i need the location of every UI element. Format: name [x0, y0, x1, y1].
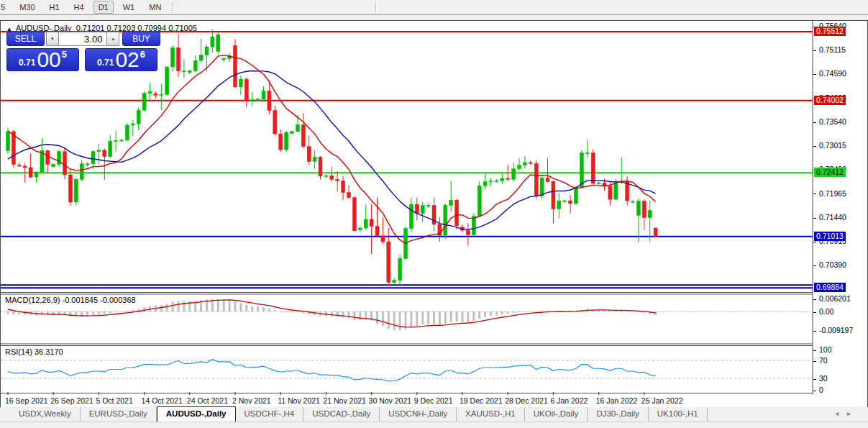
- candle-body: [23, 166, 27, 168]
- candle-body: [518, 165, 521, 169]
- price-tick: 0.71440: [813, 213, 846, 222]
- tick-dash: [813, 193, 816, 194]
- tick-dash: [813, 242, 816, 242]
- tick-dash: [813, 312, 816, 313]
- tab-scroll-left-icon[interactable]: ◄: [833, 410, 846, 417]
- symbol-tab-usdcad-daily[interactable]: USDCAD-,Daily: [303, 407, 380, 422]
- candle-body: [375, 226, 379, 235]
- moving-average-fast: [8, 55, 656, 243]
- sell-button[interactable]: SELL: [6, 32, 45, 46]
- volume-increase-button[interactable]: ▴: [107, 32, 119, 46]
- timeframe-button-d1[interactable]: D1: [93, 1, 114, 14]
- price-tick: 0.70390: [813, 260, 846, 269]
- candle-body: [17, 165, 21, 166]
- timeframe-button-m30[interactable]: M30: [14, 1, 40, 14]
- tab-scroll-arrows[interactable]: ◄►: [833, 410, 858, 417]
- level-price-badge: 0.74002: [814, 96, 846, 105]
- candle-body: [591, 153, 595, 183]
- candle-body: [285, 132, 288, 150]
- candle-body: [614, 183, 618, 199]
- candle-body: [648, 210, 652, 217]
- date-label: 26 Sep 2021: [50, 396, 93, 405]
- symbol-tab-eurusd-daily[interactable]: EURUSD-,Daily: [81, 407, 157, 422]
- candle-body: [154, 94, 157, 95]
- candle-body: [296, 124, 299, 131]
- candle-body: [444, 205, 447, 235]
- date-label: 25 Jan 2022: [641, 396, 683, 405]
- candle-body: [291, 132, 294, 134]
- tick-dash: [813, 74, 816, 75]
- level-price-badge: 0.75512: [814, 27, 846, 36]
- candle-body: [205, 47, 209, 55]
- symbol-tab-xauusd-h1[interactable]: XAUUSD-,H1: [457, 407, 525, 422]
- candle-body: [307, 147, 311, 162]
- symbol-tab-audusd-daily[interactable]: AUDUSD-,Daily: [157, 406, 236, 422]
- sell-price-pip: 5: [62, 49, 67, 60]
- macd-tick: 0.00: [813, 307, 833, 316]
- candle-body: [552, 181, 555, 209]
- symbol-tab-uk100-h1[interactable]: UK100-,H1: [649, 407, 708, 422]
- candle-body: [409, 204, 413, 229]
- candle-body: [125, 125, 129, 140]
- candle-body: [608, 186, 612, 199]
- candle-body: [268, 91, 271, 111]
- sell-price-box[interactable]: 0.71 00 5: [6, 48, 79, 71]
- timeframe-button-h1[interactable]: H1: [45, 1, 65, 14]
- timeframe-button-h4[interactable]: H4: [69, 1, 89, 14]
- date-label: 9 Dec 2021: [414, 396, 453, 405]
- symbol-tab-ukoil-daily[interactable]: UKOil-,Daily: [525, 407, 588, 422]
- candle-body: [35, 172, 38, 177]
- candle-body: [97, 150, 101, 152]
- price-chart-canvas[interactable]: [1, 21, 813, 395]
- symbol-tab-usdchf-h4[interactable]: USDCHF-,H4: [236, 407, 304, 422]
- candle-body: [523, 163, 526, 165]
- candle-body: [199, 55, 203, 61]
- candle-body: [466, 230, 470, 235]
- candle-body: [501, 178, 504, 181]
- candle-body: [222, 59, 226, 60]
- symbol-tab-usdx-weekly[interactable]: USDX,Weekly: [10, 407, 81, 422]
- buy-button[interactable]: BUY: [122, 32, 160, 46]
- candle-body: [63, 152, 67, 175]
- symbol-tab-dj30-daily[interactable]: DJ30-,Daily: [588, 407, 648, 422]
- rsi-line: [8, 360, 656, 381]
- candle-body: [370, 219, 373, 226]
- date-axis: 16 Sep 202126 Sep 20215 Oct 202114 Oct 2…: [1, 395, 813, 407]
- candle-body: [449, 200, 453, 205]
- toolbar-separator-2: [375, 1, 377, 12]
- candle-body: [557, 201, 561, 209]
- timeframe-button-w1[interactable]: W1: [118, 1, 140, 14]
- buy-price-box[interactable]: 0.71 02 6: [85, 48, 157, 71]
- candle-body: [585, 153, 589, 154]
- price-tick: 0.73015: [813, 141, 846, 150]
- candle-body: [188, 71, 191, 73]
- timeframe-button-mn[interactable]: MN: [144, 1, 166, 14]
- tick-dash: [813, 146, 816, 147]
- volume-field[interactable]: 3.00: [58, 32, 108, 46]
- symbol-tab-usdcnh-daily[interactable]: USDCNH-,Daily: [380, 407, 457, 422]
- tick-dash: [813, 379, 816, 380]
- candle-body: [563, 201, 567, 201]
- candle-body: [165, 67, 169, 95]
- tick-dash: [813, 50, 816, 51]
- one-click-trading-panel: SELL ▾ 3.00 ▴ BUY 0.71 00 5 0.71 02 6: [6, 32, 160, 71]
- timeframe-button-5[interactable]: 5: [0, 1, 10, 14]
- candle-body: [142, 94, 146, 110]
- tab-scroll-right-icon[interactable]: ►: [846, 410, 858, 417]
- macd-tick: 0.006201: [813, 294, 851, 303]
- date-label: 11 Nov 2021: [278, 396, 320, 405]
- candle-body: [597, 183, 600, 183]
- date-label: 6 Jan 2022: [550, 396, 588, 405]
- candle-body: [426, 205, 430, 206]
- candle-body: [546, 178, 549, 181]
- candle-body: [109, 141, 112, 157]
- candle-body: [137, 110, 140, 124]
- candle-body: [256, 99, 260, 101]
- candle-body: [483, 181, 487, 186]
- candle-body: [120, 140, 124, 141]
- candle-body: [415, 204, 419, 214]
- chevron-up-icon: ▴: [111, 36, 114, 42]
- candle-body: [575, 188, 578, 204]
- volume-decrease-button[interactable]: ▾: [46, 32, 58, 46]
- candle-body: [262, 91, 265, 99]
